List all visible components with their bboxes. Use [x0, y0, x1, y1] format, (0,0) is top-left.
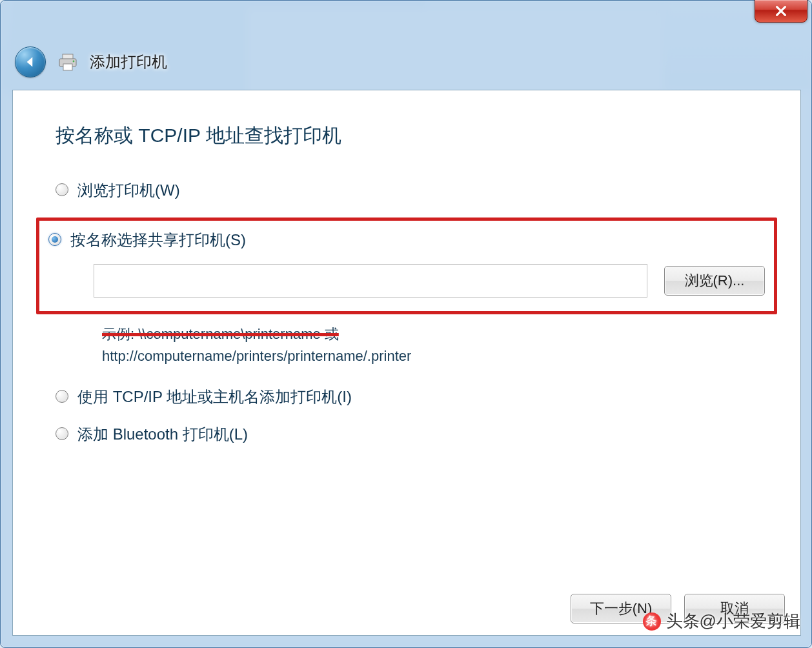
next-button[interactable]: 下一步(N) [571, 594, 671, 623]
option-tcpip[interactable]: 使用 TCP/IP 地址或主机名添加打印机(I) [56, 387, 758, 407]
wizard-title: 添加打印机 [90, 52, 167, 72]
option-browse-printers[interactable]: 浏览打印机(W) [56, 180, 758, 201]
svg-point-4 [73, 61, 75, 63]
page-heading: 按名称或 TCP/IP 地址查找打印机 [56, 123, 758, 149]
back-arrow-icon [22, 54, 39, 70]
browse-button[interactable]: 浏览(R)... [664, 266, 765, 296]
wizard-panel: 按名称或 TCP/IP 地址查找打印机 浏览打印机(W) 按名称选择共享打印机(… [12, 90, 801, 636]
cancel-button[interactable]: 取消 [684, 594, 785, 623]
example-line-2: http://computername/printers/printername… [102, 348, 411, 364]
option-select-by-name[interactable]: 按名称选择共享打印机(S) [48, 230, 765, 250]
svg-rect-3 [63, 64, 72, 70]
option-label: 使用 TCP/IP 地址或主机名添加打印机(I) [77, 387, 352, 407]
radio-icon [56, 390, 68, 403]
highlight-box: 按名称选择共享打印机(S) 浏览(R)... [36, 218, 777, 314]
example-text: 示例: \\computername\printername 或 http://… [56, 323, 758, 367]
option-label: 添加 Bluetooth 打印机(L) [77, 424, 248, 445]
shared-printer-name-input[interactable] [94, 264, 647, 298]
printer-icon [57, 54, 78, 70]
wizard-window: 添加打印机 按名称或 TCP/IP 地址查找打印机 浏览打印机(W) 按名称选择… [0, 0, 812, 648]
example-line-1: 示例: \\computername\printername 或 [102, 326, 339, 342]
option-bluetooth[interactable]: 添加 Bluetooth 打印机(L) [56, 424, 758, 445]
close-icon [774, 4, 788, 18]
window-close-button[interactable] [755, 0, 807, 23]
radio-icon [56, 427, 68, 440]
option-label: 浏览打印机(W) [77, 180, 180, 201]
radio-icon [48, 233, 61, 246]
option-label: 按名称选择共享打印机(S) [70, 230, 246, 250]
wizard-header: 添加打印机 [1, 37, 811, 87]
wizard-footer: 下一步(N) 取消 [571, 594, 785, 623]
back-button[interactable] [15, 46, 46, 77]
radio-icon [56, 183, 68, 196]
